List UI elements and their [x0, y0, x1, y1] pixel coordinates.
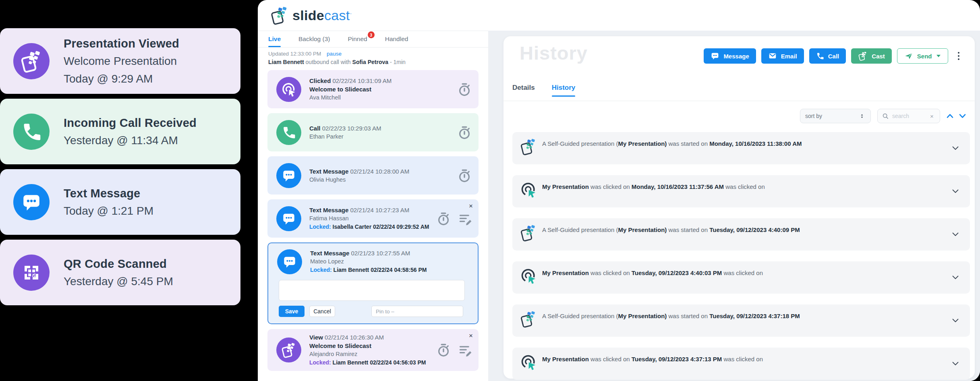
clear-search-icon[interactable]: × [930, 113, 934, 120]
sort-updown-icon [858, 112, 866, 120]
expand-chevron-icon[interactable] [952, 189, 959, 193]
locked-by: Isabella Carter 02/22/24 09:29:52 AM [333, 224, 429, 230]
save-button[interactable]: Save [279, 306, 305, 317]
call-button[interactable]: Call [809, 48, 846, 64]
presentation-icon [13, 43, 50, 79]
message-bubble-icon [276, 206, 301, 231]
click-icon [276, 77, 301, 102]
event-date: 02/21/24 10:26:30 AM [325, 334, 384, 341]
note-input[interactable] [279, 280, 465, 301]
message-bubble-icon [711, 52, 719, 60]
timer-icon[interactable] [457, 82, 472, 97]
history-row-clicked[interactable]: My Presentation was clicked on Tuesday, … [512, 261, 970, 294]
pause-link[interactable]: pause [327, 51, 342, 57]
cast-icon [858, 51, 868, 61]
event-contact: Mateo Lopez [310, 257, 471, 266]
agent-name: Liam Bennett [268, 59, 304, 65]
notification-title: Incoming Call Received [64, 114, 197, 132]
search-box: × [877, 109, 940, 123]
cast-icon [520, 138, 537, 155]
history-row-started[interactable]: A Self-Guided presentation (My Presentat… [512, 218, 970, 251]
event-contact: Alejandro Ramirez [309, 350, 432, 358]
updated-timestamp: Updated 12:33:00 PM [268, 51, 321, 57]
tab-backlog[interactable]: Backlog (3) [298, 31, 330, 47]
event-date: 02/22/24 10:31:09 AM [333, 77, 392, 84]
expand-chevron-icon[interactable] [952, 319, 959, 323]
edit-note-icon[interactable] [458, 343, 472, 357]
presentation-icon [276, 338, 301, 362]
notification-title: QR Code Scanned [64, 255, 173, 273]
timer-icon[interactable] [436, 211, 451, 226]
event-subject: Welcome to Slidecast [309, 342, 432, 350]
search-icon [882, 112, 889, 120]
close-icon[interactable]: × [469, 203, 473, 209]
tab-history[interactable]: History [552, 84, 576, 97]
history-panel: History Message Email Call Cast [503, 36, 975, 379]
event-card-view-locked[interactable]: × View 02/21/24 10:26:30 AM Welcome to S… [267, 329, 479, 371]
history-row-started[interactable]: A Self-Guided presentation (My Presentat… [512, 132, 970, 164]
locked-label: Locked: [309, 224, 331, 230]
click-icon [520, 181, 537, 199]
phone-icon [13, 114, 50, 150]
notification-time: Yesterday @ 11:34 AM [64, 132, 197, 149]
message-bubble-icon [277, 249, 302, 274]
expand-chevron-icon[interactable] [952, 232, 959, 236]
tab-details[interactable]: Details [512, 84, 535, 97]
panel-watermark-title: History [520, 42, 588, 64]
notification-time: Today @ 9:29 AM [64, 70, 179, 88]
cast-icon [520, 310, 537, 328]
send-plane-icon [904, 52, 913, 60]
event-contact: Ava Mitchell [309, 93, 453, 102]
feed-meta: Updated 12:33:00 PM pause Liam Bennett o… [258, 48, 488, 65]
notification-title: Presentation Viewed [64, 35, 179, 52]
event-card-text-message[interactable]: Text Message 02/21/24 10:28:00 AM Olivia… [267, 156, 479, 195]
close-icon[interactable]: × [469, 332, 473, 339]
tab-pinned[interactable]: Pinned 3 [348, 31, 367, 47]
event-type: Text Message [309, 207, 348, 213]
timer-icon[interactable] [436, 342, 451, 358]
send-button[interactable]: Send [897, 48, 948, 64]
tab-handled[interactable]: Handled [385, 31, 408, 47]
cancel-button[interactable]: Cancel [309, 306, 335, 317]
history-row-clicked[interactable]: My Presentation was clicked on Tuesday, … [512, 348, 970, 380]
expand-chevron-icon[interactable] [952, 146, 959, 150]
event-card-selected[interactable]: Text Message 02/21/23 10:27:55 AM Mateo … [267, 242, 479, 324]
history-row-started[interactable]: A Self-Guided presentation (My Presentat… [512, 304, 970, 337]
message-button[interactable]: Message [704, 48, 756, 64]
notification-text-message[interactable]: Text Message Today @ 1:21 PM [0, 169, 240, 235]
notification-presentation-viewed[interactable]: Presentation Viewed Welcome Presentation… [0, 28, 240, 94]
timer-icon[interactable] [457, 168, 472, 183]
notification-subtitle: Welcome Presentation [64, 52, 179, 70]
search-input[interactable] [892, 113, 927, 119]
app-window: slidecast· Live Backlog (3) Pinned 3 Han… [258, 0, 980, 381]
event-card-clicked[interactable]: Clicked 02/22/24 10:31:09 AM Welcome to … [267, 70, 479, 108]
phone-icon [816, 52, 824, 60]
event-card-text-message-locked[interactable]: × Text Message 02/21/24 10:27:23 AM Fati… [267, 199, 479, 238]
chevron-up-icon[interactable] [947, 114, 953, 118]
locked-label: Locked: [309, 359, 331, 366]
timer-icon[interactable] [457, 125, 472, 140]
phone-icon [276, 120, 301, 145]
history-row-clicked[interactable]: My Presentation was clicked on Monday, 1… [512, 175, 970, 207]
event-card-call[interactable]: Call 02/22/23 10:29:03 AM Ethan Parker [267, 113, 479, 151]
chevron-down-icon[interactable] [959, 114, 966, 118]
sort-by-select[interactable]: sort by [800, 109, 871, 123]
edit-note-icon[interactable] [458, 212, 472, 226]
tab-live[interactable]: Live [268, 31, 281, 47]
email-button[interactable]: Email [761, 48, 804, 64]
logo-trademark: · [350, 9, 352, 16]
event-feed-list: Clicked 02/22/24 10:31:09 AM Welcome to … [258, 65, 488, 371]
contact-actions: Message Email Call Cast Send [704, 48, 961, 64]
locked-by: Liam Bennett 02/22/24 04:58:56 PM [334, 267, 427, 273]
expand-chevron-icon[interactable] [952, 362, 959, 366]
event-date: 02/22/23 10:29:03 AM [322, 125, 381, 132]
event-date: 02/21/24 10:28:00 AM [350, 168, 409, 175]
expand-chevron-icon[interactable] [952, 275, 959, 280]
more-options-icon[interactable] [956, 50, 961, 62]
notification-qr-scanned[interactable]: QR Code Scanned Yesterday @ 5:45 PM [0, 240, 240, 305]
pin-to-input[interactable] [371, 306, 463, 317]
session-line: Liam Bennett outbound call with Sofia Pe… [268, 59, 478, 65]
cast-button[interactable]: Cast [851, 48, 892, 64]
notification-incoming-call[interactable]: Incoming Call Received Yesterday @ 11:34… [0, 99, 240, 164]
logo-text-slide: slide [292, 8, 324, 23]
